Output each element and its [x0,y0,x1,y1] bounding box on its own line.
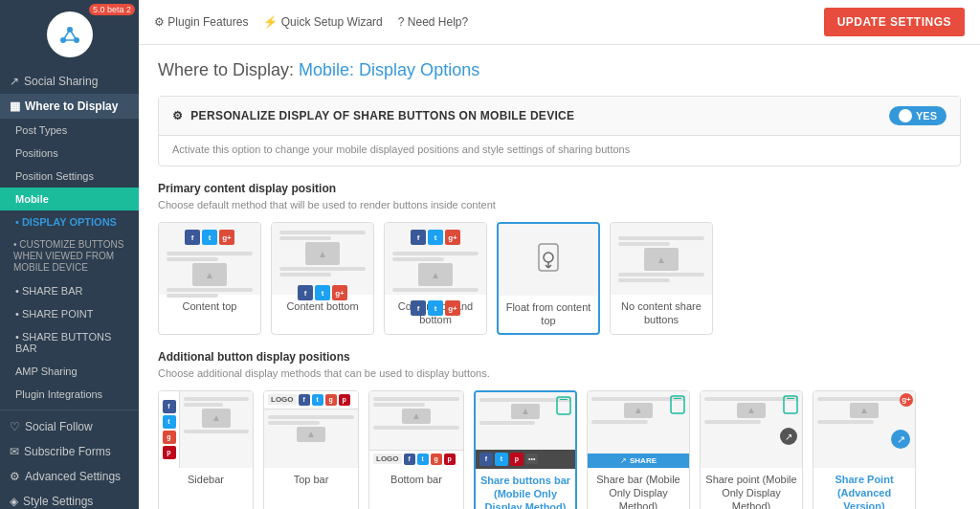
card-img-float [499,224,598,296]
sidebar-item-style-settings[interactable]: ◈ Style Settings [0,489,139,509]
sidebar-item-where-to-display[interactable]: ▦ Where to Display [0,94,139,119]
sidebar-item-share-bar[interactable]: • SHARE BAR [0,279,139,302]
sidebar-item-post-types[interactable]: Post Types [0,119,139,142]
gp-btn: g+ [332,285,347,300]
update-settings-button[interactable]: UPDATE SETTINGS [824,8,965,36]
sidebar-item-customize-mobile[interactable]: • CUSTOMIZE BUTTONS WHEN VIEWED FROM MOB… [0,233,139,279]
svg-point-7 [544,253,553,262]
quick-setup-link[interactable]: ⚡ Quick Setup Wizard [263,15,382,29]
card-img-content-top: f t g+ [159,223,260,295]
mail-icon: ✉ [10,445,19,458]
fb-btn: f [411,300,426,316]
main-area: ⚙ Plugin Features ⚡ Quick Setup Wizard ?… [139,0,980,509]
topbar: ⚙ Plugin Features ⚡ Quick Setup Wizard ?… [139,0,980,45]
advanced-icon: ⚙ [10,470,20,483]
sidebar-item-social-follow[interactable]: ♡ Social Follow [0,414,139,439]
additional-cards: f t g p Sidebar [158,390,961,509]
fb-btn: f [298,285,313,300]
card-img-share-bar-mobile: ↗ SHARE [588,391,689,468]
additional-desc: Choose additional display methods that c… [158,367,961,379]
topbar-links: ⚙ Plugin Features ⚡ Quick Setup Wizard ?… [154,15,468,29]
card-label-share-bar-mobile: Share bar (Mobile Only Display Method) [588,468,689,509]
svg-rect-16 [787,398,794,399]
card-img-content-top-bottom: f t g+ f t g+ [385,223,486,295]
fb-btn: f [411,230,426,245]
toggle-circle [899,109,912,122]
personalize-icon: ⚙ [172,109,183,122]
card-img-share-point-adv: g+ ↗ [813,391,915,468]
card-share-bar-mobile[interactable]: ↗ SHARE Share bar (Mobile Only Display M… [587,390,690,509]
float-icon [531,240,566,279]
primary-section: Primary content display position Choose … [158,182,961,335]
heart-icon: ♡ [10,420,20,433]
additional-section: Additional button display positions Choo… [158,350,961,509]
tw-btn: t [202,230,217,245]
primary-subtitle: Primary content display position [158,182,961,195]
help-icon: ? [398,15,405,29]
share-icon: ↗ [10,75,19,88]
primary-desc: Choose default method that will be used … [158,199,961,210]
tw-btn: t [428,230,443,245]
card-img-none [611,223,712,295]
sidebar-item-plugin-integrations[interactable]: Plugin Integrations [0,383,139,406]
card-content-top-bottom[interactable]: f t g+ f t g+ [384,222,487,335]
tw-btn: t [315,285,330,300]
sidebar-item-share-point[interactable]: • SHARE POINT [0,302,139,325]
sidebar-item-amp-sharing[interactable]: AMP Sharing [0,360,139,383]
gp-btn: g+ [445,230,460,245]
card-img-content-bottom: f t g+ [272,223,373,295]
sidebar: 5.0 beta 2 ↗ Social Sharing ▦ Where to D… [0,0,139,509]
card-no-content[interactable]: No content share buttons [610,222,713,335]
logo-circle [47,11,93,57]
sidebar-item-subscribe-forms[interactable]: ✉ Subscribe Forms [0,439,139,464]
sidebar-item-positions[interactable]: Positions [0,142,139,165]
card-content-bottom[interactable]: f t g+ Content bottom [271,222,374,335]
sidebar-item-display-options[interactable]: • DISPLAY OPTIONS [0,210,139,233]
personalize-title: PERSONALIZE DISPLAY OF SHARE BUTTONS ON … [190,109,574,122]
lightning-icon: ⚡ [263,15,278,29]
sidebar-item-mobile[interactable]: Mobile [0,188,139,210]
plugin-features-link[interactable]: ⚙ Plugin Features [154,15,248,29]
sidebar-item-advanced-settings[interactable]: ⚙ Advanced Settings [0,464,139,489]
card-label-bottombar: Bottom bar [369,468,463,491]
card-label-share-btns-bar: Share buttons bar (Mobile Only Display M… [476,469,575,509]
card-bottom-bar[interactable]: LOGO f t g p Bottom bar [368,390,464,509]
sidebar-item-share-buttons-bar[interactable]: • SHARE BUTTONS BAR [0,325,139,360]
card-label-share-point-mobile: Share point (Mobile Only Display Method) [701,468,802,509]
card-img-share-point-mobile: ↗ [701,391,802,468]
card-img-bottombar: LOGO f t g p [369,391,463,468]
card-label-sidebar: Sidebar [159,468,253,491]
sidebar-logo: 5.0 beta 2 [0,0,139,69]
card-label-topbar: Top bar [264,468,358,491]
svg-line-3 [63,30,70,40]
svg-line-4 [70,30,77,40]
primary-cards: f t g+ Content top [158,222,961,335]
card-img-topbar: LOGO f t g p [264,391,358,468]
card-share-point-mobile[interactable]: ↗ Share point (Mobile Only Display Metho… [700,390,803,509]
grid-icon: ▦ [10,100,20,113]
card-img-sidebar: f t g p [159,391,253,468]
card-top-bar[interactable]: LOGO f t g p Top bar [263,390,359,509]
svg-text:↗: ↗ [785,432,792,442]
svg-rect-12 [560,399,568,400]
card-float-content[interactable]: Float from content top [497,222,600,335]
card-sidebar[interactable]: f t g p Sidebar [158,390,254,509]
card-share-buttons-bar[interactable]: f t p ••• Share buttons bar (Mobile Only… [474,390,577,509]
personalize-header: ⚙ PERSONALIZE DISPLAY OF SHARE BUTTONS O… [159,97,960,136]
personalize-toggle[interactable]: YES [889,106,947,125]
card-label-share-point-advanced: Share Point (Advanced Version) [813,468,915,509]
personalize-section: ⚙ PERSONALIZE DISPLAY OF SHARE BUTTONS O… [158,96,961,166]
card-content-top[interactable]: f t g+ Content top [158,222,261,335]
additional-subtitle: Additional button display positions [158,350,961,364]
page-title-blue: Mobile: Display Options [299,60,479,79]
version-badge: 5.0 beta 2 [89,4,135,15]
gp-btn: g+ [219,230,234,245]
gp-btn: g+ [445,300,460,316]
sidebar-item-position-settings[interactable]: Position Settings [0,165,139,188]
sidebar-item-social-sharing[interactable]: ↗ Social Sharing [0,69,139,94]
content-area: Where to Display: Mobile: Display Option… [139,45,980,509]
divider-1 [0,409,139,410]
need-help-link[interactable]: ? Need Help? [398,15,468,29]
plugin-features-icon: ⚙ [154,15,165,29]
card-share-point-advanced[interactable]: Share Point (Advanced Version) g+ [813,390,916,509]
